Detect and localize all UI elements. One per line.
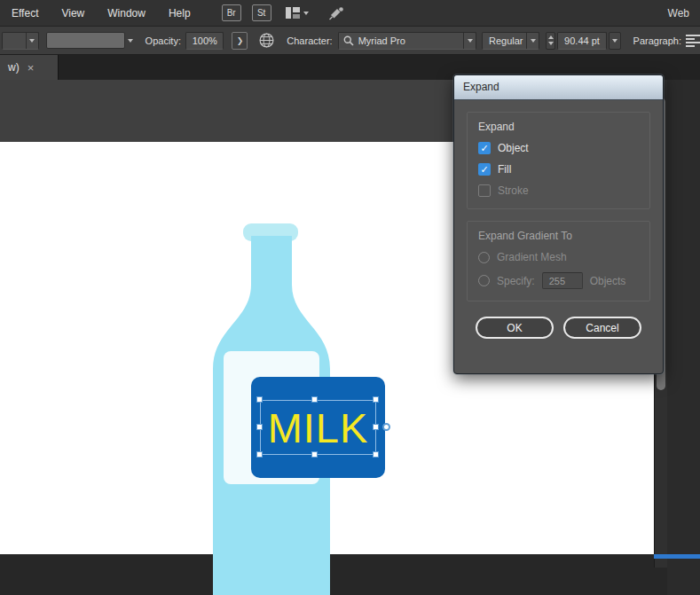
expand-dialog: Expand Expand ✓ Object ✓ Fill Stroke Exp… [453, 74, 664, 374]
font-family-dropdown[interactable]: Myriad Pro [338, 32, 476, 50]
selection-bounding-box [260, 400, 376, 455]
control-bar: Opacity: 100% ❯ Character: Myriad Pro Re… [0, 27, 700, 55]
workspace-icon [286, 7, 300, 19]
option-specify: Specify: 255 Objects [478, 272, 639, 289]
option-gradient-mesh: Gradient Mesh [478, 251, 639, 263]
specify-label: Specify: [497, 275, 535, 287]
object-label: Object [498, 142, 529, 154]
menu-window[interactable]: Window [96, 0, 157, 27]
dialog-body: Expand ✓ Object ✓ Fill Stroke Expand Gra… [454, 99, 663, 349]
chevron-down-icon [548, 42, 554, 45]
stroke-checkbox [478, 184, 491, 197]
chevron-down-icon[interactable] [128, 39, 133, 43]
fill-checkbox[interactable]: ✓ [478, 163, 491, 176]
workspace-name-label[interactable]: Web [668, 7, 700, 20]
dialog-title-bar[interactable]: Expand [454, 75, 663, 99]
selection-handle[interactable] [311, 451, 318, 458]
menu-view[interactable]: View [50, 0, 96, 27]
gradient-group: Expand Gradient To Gradient Mesh Specify… [467, 221, 650, 301]
illustrator-window: Effect View Window Help Br St Web [0, 0, 700, 595]
search-icon [343, 35, 354, 46]
more-options-button[interactable]: ❯ [232, 32, 248, 50]
font-family-value: Myriad Pro [358, 35, 459, 46]
gradient-mesh-radio [478, 252, 490, 263]
chevron-down-icon [303, 12, 309, 15]
option-fill[interactable]: ✓ Fill [478, 163, 639, 176]
selection-handle[interactable] [256, 424, 263, 430]
spray-icon[interactable] [328, 6, 345, 20]
document-tab-label: w) [8, 61, 20, 74]
menu-bar: Effect View Window Help Br St Web [0, 0, 700, 27]
artboard-edge-highlight [654, 554, 700, 559]
bridge-button[interactable]: Br [222, 4, 241, 21]
chevron-down-icon [612, 39, 617, 43]
stroke-label: Stroke [498, 184, 529, 197]
opacity-label[interactable]: Opacity: [146, 35, 181, 46]
selection-handle[interactable] [256, 396, 263, 403]
font-size-input[interactable]: 90.44 pt [557, 32, 606, 50]
chevron-down-icon [29, 39, 35, 43]
chevron-down-icon [531, 39, 536, 43]
workspace-switcher-button[interactable] [286, 7, 309, 19]
selection-anchor-circle[interactable] [382, 423, 390, 431]
character-label[interactable]: Character: [287, 35, 332, 46]
brush-definition-field[interactable] [46, 32, 125, 49]
gradient-group-label: Expand Gradient To [478, 230, 639, 242]
cancel-button[interactable]: Cancel [563, 317, 641, 339]
opacity-input[interactable]: 100% [185, 32, 224, 50]
option-stroke: Stroke [478, 184, 639, 197]
chevron-up-icon [548, 35, 554, 39]
font-size-dropdown[interactable] [609, 32, 621, 50]
menu-effect[interactable]: Effect [0, 0, 50, 27]
fill-label: Fill [498, 163, 511, 176]
selection-handle[interactable] [373, 451, 379, 458]
align-left-icon[interactable] [686, 35, 700, 47]
objects-label: Objects [590, 275, 626, 287]
selection-handle[interactable] [256, 451, 263, 458]
font-style-dropdown[interactable]: Regular [482, 32, 539, 50]
menu-help[interactable]: Help [157, 0, 202, 27]
variable-width-dropdown[interactable] [2, 32, 39, 50]
object-checkbox[interactable]: ✓ [478, 142, 491, 154]
expand-group: Expand ✓ Object ✓ Fill Stroke [467, 112, 650, 209]
ok-button[interactable]: OK [476, 317, 554, 339]
specify-radio [478, 275, 490, 286]
font-size-stepper[interactable] [546, 32, 555, 50]
font-style-value: Regular [489, 35, 526, 46]
globe-icon[interactable] [259, 33, 274, 48]
expand-group-label: Expand [478, 121, 639, 133]
document-tab[interactable]: w) × [0, 55, 59, 80]
selection-handle[interactable] [373, 396, 379, 403]
close-icon[interactable]: × [28, 62, 35, 74]
stock-button[interactable]: St [252, 4, 271, 21]
selection-handle[interactable] [373, 424, 379, 430]
gradient-mesh-label: Gradient Mesh [497, 251, 567, 263]
selection-handle[interactable] [311, 396, 318, 403]
chevron-down-icon [468, 39, 473, 43]
canvas-right-margin [667, 80, 700, 595]
option-object[interactable]: ✓ Object [478, 142, 639, 154]
dialog-buttons: OK Cancel [467, 317, 650, 339]
paragraph-label[interactable]: Paragraph: [633, 35, 681, 46]
specify-input: 255 [542, 272, 583, 289]
